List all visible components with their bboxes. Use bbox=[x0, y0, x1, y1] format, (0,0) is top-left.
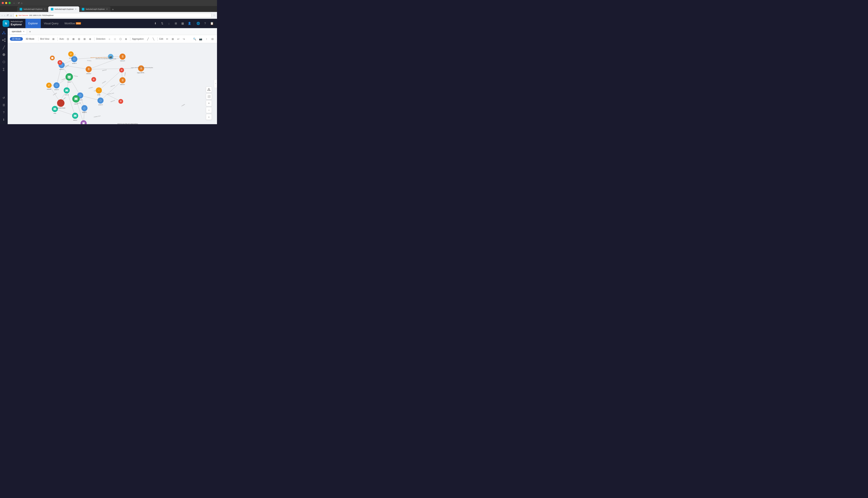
sidebar-share[interactable] bbox=[1, 37, 7, 43]
import-icon[interactable]: ⬇ bbox=[153, 21, 158, 26]
redo-btn[interactable]: ↪ bbox=[181, 37, 186, 41]
header-right: ⬇ ⇅ ↓ ⊞ ▦ 👤 🌐 ? 📋 bbox=[153, 21, 215, 26]
nav-back[interactable]: ‹ bbox=[14, 2, 14, 4]
sidebar-line[interactable]: ╱ bbox=[1, 44, 7, 50]
app-logo: N NebulaGraph Explorer bbox=[2, 20, 23, 27]
auto-btn-4[interactable]: ⊞ bbox=[82, 37, 87, 41]
node-volume-2[interactable]: 🗄 volume-2 bbox=[86, 66, 92, 74]
sidebar-graph[interactable] bbox=[1, 30, 7, 36]
search-btn[interactable]: 🔍 bbox=[192, 37, 197, 41]
sidebar-help[interactable]: ? bbox=[1, 109, 7, 115]
nav-explorer[interactable]: Explorer bbox=[25, 19, 41, 28]
sidebar-filter[interactable] bbox=[1, 52, 7, 57]
svg-point-1 bbox=[2, 33, 3, 34]
undo-btn[interactable]: ↩ bbox=[176, 37, 181, 41]
tab-close-1[interactable]: ✕ bbox=[44, 8, 46, 10]
zoom-out-button[interactable]: − bbox=[206, 107, 212, 113]
graph-canvas[interactable]: contains contains attached contains cont… bbox=[8, 43, 217, 124]
hierarchy-icon[interactable]: ⇅ bbox=[159, 21, 165, 26]
sidebar-hex[interactable]: ⬡ bbox=[1, 59, 7, 65]
bookmark-icon[interactable]: ☆ bbox=[213, 14, 215, 17]
sidebar-history[interactable]: ↺ bbox=[1, 95, 7, 101]
close-button[interactable] bbox=[2, 2, 4, 4]
svg-text:server-0: server-0 bbox=[54, 89, 59, 90]
node-volume-0[interactable]: 🗄 volume-0 bbox=[119, 54, 126, 62]
download-icon[interactable]: ↓ bbox=[166, 21, 171, 26]
minimize-button[interactable] bbox=[5, 2, 7, 4]
help-icon[interactable]: ? bbox=[203, 21, 208, 26]
node-fla[interactable] bbox=[50, 56, 55, 61]
auto-btn-1[interactable]: ⊡ bbox=[66, 37, 70, 41]
3d-mode-button[interactable]: 3D Mode bbox=[24, 37, 37, 41]
auto-btn-3[interactable]: ⊟ bbox=[77, 37, 81, 41]
nav-visual-query[interactable]: Visual Query bbox=[41, 19, 61, 28]
nav-workflow[interactable]: Workflow Beta bbox=[62, 19, 84, 28]
detect-btn-3[interactable]: ⬡ bbox=[118, 37, 123, 41]
camera-btn[interactable]: 📷 bbox=[198, 37, 203, 41]
svg-line-144 bbox=[209, 89, 210, 90]
browser-titlebar: ‹ › ↺ ⌂ bbox=[0, 0, 217, 6]
canvas-tab-openstack[interactable]: openstack ✕ bbox=[9, 29, 27, 34]
node-shared-0[interactable]: ₽ shared0 bbox=[46, 82, 51, 90]
zoom-in-button[interactable]: + bbox=[206, 100, 212, 106]
agg-btn-2[interactable]: ╲ bbox=[151, 37, 156, 41]
sidebar-info[interactable]: ℹ bbox=[1, 117, 7, 122]
tab-close-3[interactable]: ✕ bbox=[106, 8, 108, 10]
node-server-0[interactable]: ⬡ server-0 bbox=[54, 82, 60, 90]
browser-tab-3[interactable]: NebulaGraph Explorer ✕ bbox=[79, 6, 111, 12]
user-icon[interactable]: 👤 bbox=[187, 21, 192, 26]
app-header: N NebulaGraph Explorer Explorer Visual Q… bbox=[0, 19, 217, 28]
right-panel-collapse[interactable]: › bbox=[214, 79, 217, 88]
upload-btn[interactable]: ↑ bbox=[204, 37, 209, 41]
home-button[interactable]: ⌂ bbox=[21, 2, 23, 4]
add-tab-button[interactable]: + bbox=[28, 29, 33, 34]
node-port-1[interactable]: ⚙ bbox=[58, 60, 62, 65]
docs-icon[interactable]: 📋 bbox=[209, 21, 215, 26]
detect-btn-2[interactable]: □ bbox=[113, 37, 117, 41]
bird-view-btn[interactable]: ⊞ bbox=[51, 37, 56, 41]
node-port-6[interactable]: ⚙ bbox=[118, 99, 123, 104]
node-port-4[interactable]: ⚙ bbox=[119, 68, 124, 73]
node-port-3[interactable]: ⚙ bbox=[91, 77, 96, 82]
maximize-button[interactable] bbox=[9, 2, 11, 4]
schema-icon[interactable]: ⊞ bbox=[173, 21, 178, 26]
node-server-2[interactable]: ⬡ server-2 bbox=[98, 97, 104, 105]
svg-text:volume-1: volume-1 bbox=[120, 84, 125, 85]
globe-icon[interactable]: 🌐 bbox=[196, 21, 201, 26]
lock-icon: 🔒 bbox=[15, 14, 18, 16]
refresh-button[interactable]: ↺ bbox=[18, 2, 20, 4]
auto-label: Auto: bbox=[59, 38, 64, 40]
detect-btn-1[interactable]: ○ bbox=[107, 37, 112, 41]
detect-btn-4[interactable]: ⊛ bbox=[124, 37, 128, 41]
layout-button[interactable] bbox=[206, 87, 212, 93]
table-btn[interactable]: ⊟ bbox=[210, 37, 215, 41]
2d-mode-button[interactable]: 2D Mode bbox=[10, 37, 23, 41]
nav-back-addr[interactable]: ‹ bbox=[2, 14, 2, 17]
browser-tab-2[interactable]: NebulaGraph Explorer ✕ bbox=[48, 6, 79, 12]
agg-btn-1[interactable]: ╱ bbox=[145, 37, 150, 41]
svg-text:server-2: server-2 bbox=[98, 104, 103, 105]
collapse-button[interactable]: « bbox=[206, 114, 212, 120]
home-addr[interactable]: ⌂ bbox=[10, 14, 12, 17]
browser-tab-1[interactable]: NebulaGraph Explorer ✕ bbox=[17, 6, 48, 12]
frame-button[interactable]: ⬜ bbox=[206, 93, 212, 100]
url-input[interactable]: 🔒 Not Secure 192.168.8.131:7002/explorer bbox=[13, 13, 212, 18]
edit-btn-2[interactable]: ⊞ bbox=[170, 37, 175, 41]
node-volume-1[interactable]: 🗄 volume-1 bbox=[119, 77, 126, 85]
tab-close-2[interactable]: ✕ bbox=[75, 8, 77, 10]
edit-btn-1[interactable]: ✏ bbox=[165, 37, 169, 41]
new-tab-button[interactable]: + bbox=[111, 7, 116, 12]
sidebar-sigma[interactable]: ∑ bbox=[1, 66, 7, 72]
address-bar: ‹ › ↺ ⌂ 🔒 Not Secure 192.168.8.131:7002/… bbox=[0, 12, 217, 19]
svg-text:volume-2: volume-2 bbox=[86, 73, 91, 74]
nav-fwd-addr[interactable]: › bbox=[4, 14, 5, 17]
refresh-addr[interactable]: ↺ bbox=[7, 14, 9, 17]
panel-icon[interactable]: ▦ bbox=[180, 21, 185, 26]
canvas-tab-close[interactable]: ✕ bbox=[23, 30, 25, 32]
svg-text:⚙: ⚙ bbox=[59, 61, 61, 64]
auto-btn-2[interactable]: ⊠ bbox=[71, 37, 76, 41]
nav-forward[interactable]: › bbox=[16, 2, 17, 4]
sidebar-list[interactable]: ☰ bbox=[1, 102, 7, 108]
node-server-5[interactable]: ⬡ server-5 bbox=[81, 105, 88, 113]
auto-btn-5[interactable]: ⊕ bbox=[88, 37, 92, 41]
